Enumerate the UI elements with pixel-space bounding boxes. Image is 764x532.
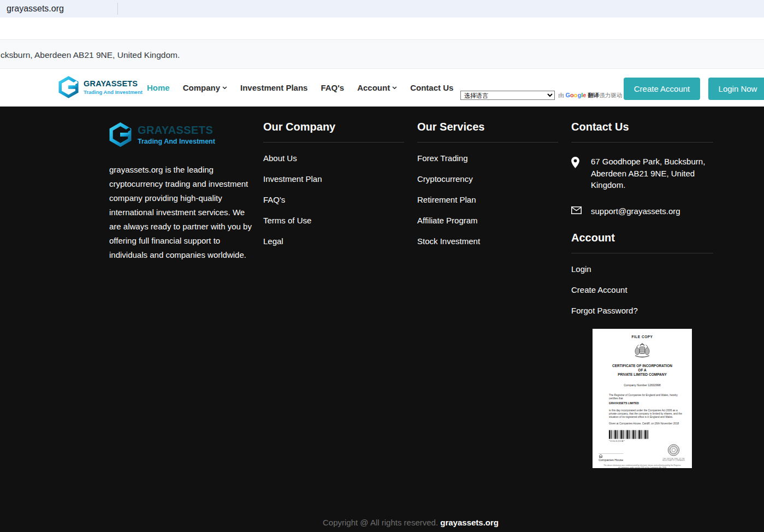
companies-house-logo: Companies House [599,453,623,462]
envelope-icon [571,205,591,217]
header-logo[interactable]: GRAYASSETS Trading And Investment [58,76,143,98]
brand-name: GRAYASSETS [84,79,143,88]
tab-divider [117,3,118,15]
chevron-down-icon [222,86,227,90]
brand-tagline: Trading And Investment [84,89,143,96]
browser-tab-title[interactable]: grayassets.org [7,0,64,17]
cert-title: CERTIFICATE OF INCORPORATION OF A PRIVAT… [593,364,692,377]
footer: GRAYASSETS Trading And Investment grayas… [0,107,764,532]
address-strip: cksburn, Aberdeen AB21 9NE, United Kingd… [0,39,764,69]
footer-about-column: GRAYASSETS Trading And Investment grayas… [109,120,250,468]
nav-faqs[interactable]: FAQ's [321,83,344,92]
main-nav: Home Company Investment Plans FAQ's Acco… [147,69,453,107]
footer-account-title: Account [571,231,713,244]
nav-contact-us[interactable]: Contact Us [410,83,453,92]
footer-link-legal[interactable]: Legal [263,237,404,245]
google-translate-widget: 选择语言 [460,91,555,100]
cert-company-number: Company Number 12632998 [593,383,692,387]
footer-link-faqs[interactable]: FAQ's [263,196,404,204]
seal-caption: THE OFFICIAL SEAL OF THE REGISTRAR OF CO… [661,458,686,462]
footer-company-column: Our Company About Us Investment Plan FAQ… [263,120,404,468]
footer-logo: GRAYASSETS Trading And Investment [109,121,250,147]
footer-link-login[interactable]: Login [571,265,713,273]
nav-investment-plans[interactable]: Investment Plans [240,83,307,92]
cert-barcode-caption: *X3032XW* [609,440,692,443]
contact-address-row: 67 Goodhope Park, Bucksburn, Aberdeen AB… [571,156,713,191]
cert-footer-note: The above information was communicated b… [603,464,681,468]
cert-given-line: Given at Companies House, Cardiff, on 26… [609,422,684,425]
divider [571,253,713,253]
official-seal-icon [668,444,680,456]
contact-email-row: support@grayassets.org [571,205,713,217]
grayassets-hexagon-logo-icon [58,76,79,98]
nav-company[interactable]: Company [183,83,227,92]
cert-registrar-line: The Registrar of Companies for England a… [609,394,684,400]
footer-link-cryptocurrency[interactable]: Cryptocurrency [417,175,558,183]
official-seal: THE OFFICIAL SEAL OF THE REGISTRAR OF CO… [661,444,686,462]
footer-brand-name: GRAYASSETS [138,124,215,136]
footer-link-about-us[interactable]: About Us [263,154,404,162]
contact-email[interactable]: support@grayassets.org [591,205,708,217]
divider [571,142,713,143]
cert-body-text: is this day incorporated under the Compa… [609,409,684,418]
address-strip-text: cksburn, Aberdeen AB21 9NE, United Kingd… [1,50,180,60]
royal-coat-of-arms-icon [633,343,652,358]
footer-services-column: Our Services Forex Trading Cryptocurrenc… [417,120,558,468]
footer-link-stock-investment[interactable]: Stock Investment [417,237,558,245]
footer-link-forex-trading[interactable]: Forex Trading [417,154,558,162]
copyright-line: Copyright @ All rights reserved. grayass… [109,518,712,527]
browser-tab-bar: grayassets.org [0,0,764,17]
footer-contact-title: Contact Us [571,120,713,133]
footer-link-forgot-password[interactable]: Forgot Password? [571,306,713,315]
nav-home[interactable]: Home [147,83,170,92]
footer-link-terms-of-use[interactable]: Terms of Use [263,216,404,224]
login-now-button[interactable]: Login Now [708,78,764,100]
language-select[interactable]: 选择语言 [460,91,555,100]
contact-address: 67 Goodhope Park, Bucksburn, Aberdeen AB… [591,156,708,191]
nav-account[interactable]: Account [357,83,397,92]
incorporation-certificate-image: FILE COPY CERTIFICATE OF INCORPORATION [593,329,692,468]
footer-link-investment-plan[interactable]: Investment Plan [263,175,404,183]
footer-services-title: Our Services [417,120,558,133]
cert-file-copy: FILE COPY [593,329,692,339]
location-pin-icon [571,156,591,191]
divider [263,142,404,143]
translate-powered-by: 由 Google 翻译强力驱动 [558,92,622,99]
footer-link-create-account[interactable]: Create Account [571,286,713,294]
footer-contact-column: Contact Us 67 Goodhope Park, Bucksburn, … [571,120,713,468]
chevron-down-icon [392,86,397,90]
footer-company-title: Our Company [263,120,404,133]
create-account-button[interactable]: Create Account [624,78,700,100]
grayassets-hexagon-logo-icon [109,122,132,147]
cert-company-name: GRAYASSETS LIMITED [609,402,684,405]
footer-link-retirement-plan[interactable]: Retirement Plan [417,196,558,204]
divider [417,142,558,143]
footer-brand-tagline: Trading And Investment [138,138,215,145]
companies-house-crest-icon [599,454,603,458]
copyright-brand: grayassets.org [440,518,499,527]
main-navbar: GRAYASSETS Trading And Investment Home C… [0,69,764,107]
footer-link-affiliate-program[interactable]: Affiliate Program [417,216,558,224]
footer-description: grayassets.org is the leading cryptocurr… [109,163,256,262]
cert-barcode [609,430,650,439]
